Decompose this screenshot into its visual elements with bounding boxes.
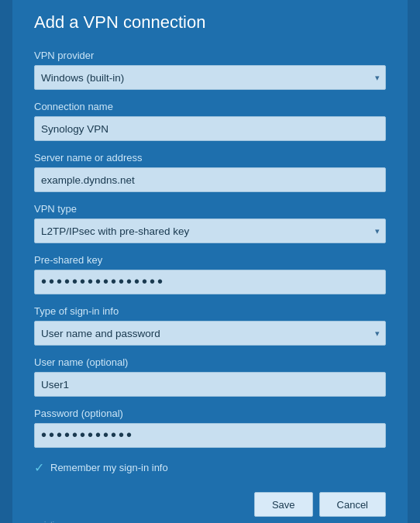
checkmark-icon: ✓ [34,460,44,475]
vpn-provider-select[interactable]: Windows (built-in) [34,65,386,90]
signin-type-select[interactable]: User name and password [34,321,386,346]
button-row: Save Cancel [34,492,386,517]
remember-row[interactable]: ✓ Remember my sign-in info [34,460,386,475]
signin-type-label: Type of sign-in info [34,305,386,317]
vpn-dialog: Add a VPN connection VPN provider Window… [12,0,408,523]
username-input[interactable] [34,372,386,397]
signin-type-wrapper: User name and password ▾ [34,321,386,346]
vpn-type-select[interactable]: L2TP/IPsec with pre-shared key [34,218,386,243]
connection-name-input[interactable] [34,116,386,141]
password-label: Password (optional) [34,408,386,419]
preshared-key-label: Pre-shared key [34,254,386,266]
preshared-key-input[interactable] [34,270,386,294]
cancel-button[interactable]: Cancel [319,492,386,517]
connection-name-label: Connection name [34,101,386,112]
dialog-title: Add a VPN connection [34,12,386,33]
password-input[interactable] [34,423,386,448]
save-button[interactable]: Save [254,492,313,517]
vpn-provider-wrapper: Windows (built-in) ▾ [34,65,386,90]
server-input[interactable] [34,167,386,192]
remember-label: Remember my sign-in info [50,462,168,473]
vpn-type-wrapper: L2TP/IPsec with pre-shared key ▾ [34,218,386,243]
username-label: User name (optional) [34,356,386,368]
vpn-type-label: VPN type [34,203,386,215]
vpn-provider-label: VPN provider [34,50,386,61]
server-label: Server name or address [34,152,386,163]
